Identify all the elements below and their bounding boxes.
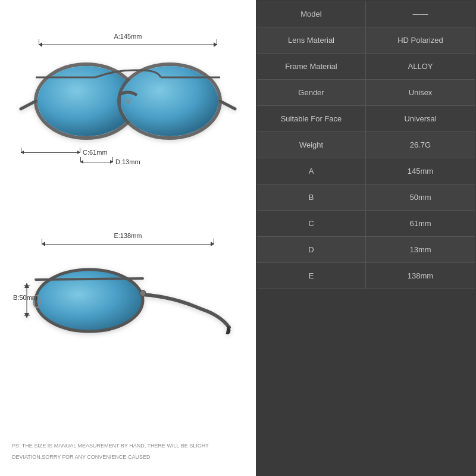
- measurement-note: PS: THE SIZE IS MANUAL MEASUREMENT BY HA…: [12, 439, 244, 461]
- spec-label: E: [257, 263, 366, 289]
- spec-panel: Model——Lens MaterialHD PolarizedFrame Ma…: [256, 0, 476, 476]
- spec-value: Unisex: [366, 80, 475, 105]
- spec-label: Frame Material: [257, 54, 366, 79]
- spec-row: A145mm: [257, 158, 475, 184]
- spec-value: 26.7G: [366, 132, 475, 158]
- spec-row: B50mm: [257, 184, 475, 211]
- spec-label: Model: [257, 1, 366, 27]
- spec-row: E138mm: [257, 263, 475, 289]
- dim-b-label: B:50mm: [13, 294, 37, 301]
- dimension-d-row: D:13mm: [80, 158, 140, 165]
- spec-row: D13mm: [257, 237, 475, 263]
- spec-table: Model——Lens MaterialHD PolarizedFrame Ma…: [256, 0, 476, 290]
- svg-line-5: [220, 101, 235, 109]
- spec-row: Model——: [257, 1, 475, 27]
- dim-cd-container: C:61mm D:13mm: [21, 149, 140, 165]
- spec-value: 61mm: [366, 211, 475, 236]
- spec-value: 145mm: [366, 158, 475, 184]
- spec-row: Weight26.7G: [257, 132, 475, 158]
- dim-e-label: E:138mm: [114, 232, 142, 239]
- dim-c-arrow: [21, 149, 80, 155]
- svg-point-10: [140, 290, 146, 296]
- spec-label: B: [257, 184, 366, 210]
- spec-row: Frame MaterialALLOY: [257, 54, 475, 80]
- spec-row: GenderUnisex: [257, 80, 475, 106]
- glasses-side-svg: [18, 244, 238, 351]
- spec-label: Suitable For Face: [257, 106, 366, 131]
- dim-d-label: D:13mm: [115, 158, 140, 165]
- glasses-side-diagram: [9, 244, 247, 351]
- spec-row: Suitable For FaceUniversal: [257, 106, 475, 132]
- dim-a-label: A:145mm: [114, 33, 142, 40]
- spec-label: Weight: [257, 132, 366, 158]
- dim-c-label: C:61mm: [83, 149, 108, 156]
- dimension-c-row: C:61mm: [21, 149, 140, 156]
- spec-value: HD Polarized: [366, 27, 475, 53]
- spec-label: C: [257, 211, 366, 236]
- dim-b-label-container: B:50mm: [13, 292, 37, 302]
- dim-d-arrow: [80, 159, 113, 165]
- left-panel: A:145mm: [0, 0, 256, 476]
- glasses-front-svg: [18, 45, 238, 146]
- glasses-front-diagram: [9, 45, 247, 146]
- spec-value: 50mm: [366, 184, 475, 210]
- spec-value: 138mm: [366, 263, 475, 289]
- spec-value: 13mm: [366, 237, 475, 262]
- spec-value: ALLOY: [366, 54, 475, 79]
- spec-label: Gender: [257, 80, 366, 105]
- spec-label: D: [257, 237, 366, 262]
- svg-line-4: [21, 101, 36, 109]
- spec-label: Lens Material: [257, 27, 366, 53]
- spec-row: Lens MaterialHD Polarized: [257, 27, 475, 54]
- main-container: A:145mm: [0, 0, 476, 476]
- spec-value: Universal: [366, 106, 475, 131]
- note-text: PS: THE SIZE IS MANUAL MEASUREMENT BY HA…: [12, 443, 209, 459]
- spec-row: C61mm: [257, 211, 475, 237]
- spec-label: A: [257, 158, 366, 184]
- spec-value: ——: [366, 1, 475, 27]
